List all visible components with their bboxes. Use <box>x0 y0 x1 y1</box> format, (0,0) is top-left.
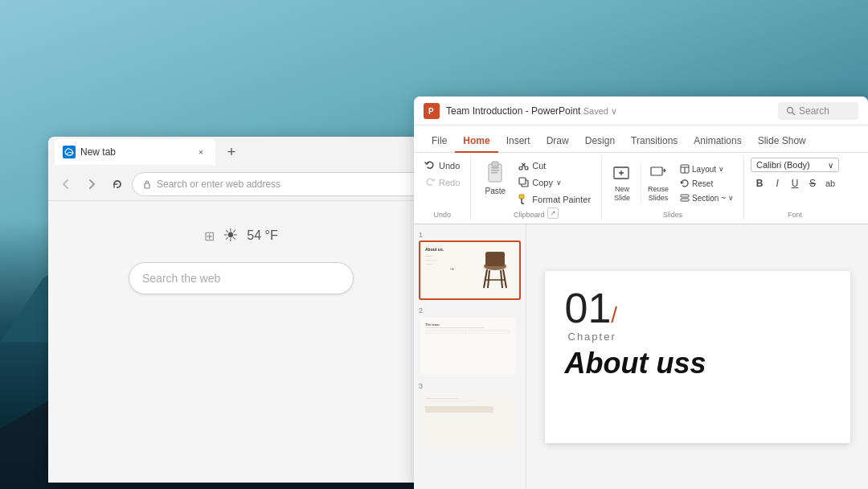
tab-file[interactable]: File <box>424 130 455 153</box>
slide-thumbnail-3[interactable]: 3 <box>419 382 521 451</box>
powerpoint-window: P Team Introduction - PowerPoint Saved ∨… <box>414 97 868 489</box>
slide-canvas: 01 / Chapter About uss <box>526 224 868 489</box>
ppt-search-box[interactable]: Search <box>778 102 858 120</box>
undo-button[interactable]: Undo <box>420 158 464 174</box>
slide-thumb-3[interactable] <box>419 392 521 451</box>
redo-icon <box>424 177 436 188</box>
format-painter-icon <box>518 194 529 204</box>
slide-thumbnail-1[interactable]: 1 About us. _____ _________ ______ → <box>419 231 521 300</box>
slide-thumbnail-2[interactable]: 2 The team. <box>419 306 521 376</box>
slide2-heading: The team. <box>425 323 510 327</box>
slide-thumb-selected[interactable]: About us. _____ _________ ______ → <box>419 240 521 300</box>
section-button[interactable]: Section ~ ∨ <box>677 191 737 204</box>
copy-button[interactable]: Copy ∨ <box>514 175 595 190</box>
paste-button[interactable]: Paste <box>477 158 513 208</box>
slide-actions-area: ReuseSlides Layout ∨ Reset <box>643 162 737 204</box>
ppt-title: Team Introduction - PowerPoint Saved ∨ <box>446 105 772 117</box>
ribbon-group-slides: NewSlide ReuseSlides Layout <box>602 156 744 220</box>
chair-illustration <box>477 244 514 294</box>
reuse-slides-button[interactable]: ReuseSlides <box>643 162 674 204</box>
font-size-button[interactable]: ab <box>822 175 838 191</box>
forward-button[interactable] <box>80 173 103 195</box>
slide-right-buttons: Layout ∨ Reset Section ~ ∨ <box>677 162 737 204</box>
address-bar[interactable]: Search or enter web address <box>132 172 428 196</box>
new-slide-area: NewSlide <box>608 162 641 204</box>
font-format-buttons: B I U S ab <box>751 175 838 191</box>
redo-button[interactable]: Redo <box>420 175 464 191</box>
font-name-dropdown[interactable]: Calibri (Body) ∨ <box>751 158 839 172</box>
font-group-label: Font <box>788 209 802 219</box>
slide1-background: About us. _____ _________ ______ → <box>420 242 515 298</box>
tab-transitions[interactable]: Transitions <box>623 130 686 153</box>
slides-group-label: Slides <box>663 209 683 219</box>
new-slide-button[interactable]: NewSlide <box>608 162 636 204</box>
section-icon <box>680 193 690 203</box>
lock-icon <box>142 179 152 189</box>
refresh-button[interactable] <box>106 173 129 195</box>
ppt-saved-status: Saved <box>583 106 608 116</box>
edge-tab[interactable]: New tab × <box>55 139 215 165</box>
tab-insert[interactable]: Insert <box>498 130 538 153</box>
slide-num-1: 1 <box>419 231 521 239</box>
layout-icon <box>680 164 690 174</box>
tab-slideshow[interactable]: Slide Show <box>750 130 814 153</box>
tab-close-button[interactable]: × <box>194 146 207 158</box>
temperature-display: 54 °F <box>247 228 277 243</box>
back-button[interactable] <box>55 173 77 195</box>
clipboard-expand-button[interactable]: ↗ <box>547 208 559 219</box>
svg-rect-26 <box>681 195 689 197</box>
tab-design[interactable]: Design <box>577 130 623 153</box>
tab-animations[interactable]: Animations <box>686 130 749 153</box>
svg-rect-0 <box>145 183 149 188</box>
font-dropdown-chevron: ∨ <box>828 161 833 170</box>
undo-redo-buttons: Undo Redo <box>420 158 464 209</box>
underline-button[interactable]: U <box>787 175 803 191</box>
edge-new-tab-content: ⊞ ☀ 54 °F Search the web <box>48 201 434 483</box>
tab-draw[interactable]: Draw <box>538 130 577 153</box>
cut-button[interactable]: Cut <box>514 158 595 174</box>
svg-point-3 <box>788 107 793 113</box>
strikethrough-button[interactable]: S <box>805 175 821 191</box>
search-placeholder: Search the web <box>142 272 220 285</box>
web-search-bar[interactable]: Search the web <box>129 262 354 294</box>
format-painter-button[interactable]: Format Painter <box>514 191 595 207</box>
ppt-saved-chevron: ∨ <box>611 106 617 116</box>
slide-thumb-2[interactable]: The team. <box>419 316 521 376</box>
cut-icon <box>518 161 529 171</box>
edge-toolbar: Search or enter web address <box>48 167 434 201</box>
slide-thumb-img-2: The team. <box>420 318 515 374</box>
clipboard-group-label: Clipboard <box>514 209 545 219</box>
svg-rect-6 <box>492 162 498 166</box>
italic-button[interactable]: I <box>769 175 785 191</box>
reset-icon <box>680 179 690 188</box>
new-slide-icon <box>612 164 633 185</box>
svg-rect-29 <box>485 252 505 266</box>
ribbon: File Home Insert Draw Design Transitions… <box>414 125 868 224</box>
tab-title: New tab <box>80 146 190 158</box>
svg-rect-22 <box>651 167 662 175</box>
bold-button[interactable]: B <box>751 175 768 191</box>
svg-line-32 <box>488 270 489 288</box>
svg-line-30 <box>484 269 487 288</box>
undo-group-label: Undo <box>433 209 451 219</box>
slides-buttons: NewSlide ReuseSlides Layout <box>608 158 737 209</box>
ppt-search-placeholder: Search <box>799 105 829 117</box>
new-tab-button[interactable]: + <box>220 141 243 163</box>
undo-icon <box>424 160 436 171</box>
ribbon-tab-bar: File Home Insert Draw Design Transitions… <box>414 125 868 153</box>
reset-button[interactable]: Reset <box>677 177 737 190</box>
chapter-number-area: 01 / <box>565 287 830 329</box>
svg-rect-9 <box>491 172 497 174</box>
ribbon-group-clipboard: Paste Cut Copy ∨ <box>471 156 602 220</box>
slide-panel: 1 About us. _____ _________ ______ → <box>414 224 526 489</box>
edge-browser-window: New tab × + Search or enter web address … <box>48 137 434 483</box>
svg-text:P: P <box>428 107 434 116</box>
clipboard-side-buttons: Cut Copy ∨ Format Painter <box>514 158 595 208</box>
reuse-slides-icon <box>649 164 668 183</box>
tab-home[interactable]: Home <box>455 130 497 153</box>
paste-icon <box>484 161 506 187</box>
layout-button[interactable]: Layout ∨ <box>677 162 737 175</box>
svg-point-11 <box>525 166 528 170</box>
svg-rect-15 <box>519 178 526 184</box>
chapter-label-area: Chapter <box>565 329 830 343</box>
